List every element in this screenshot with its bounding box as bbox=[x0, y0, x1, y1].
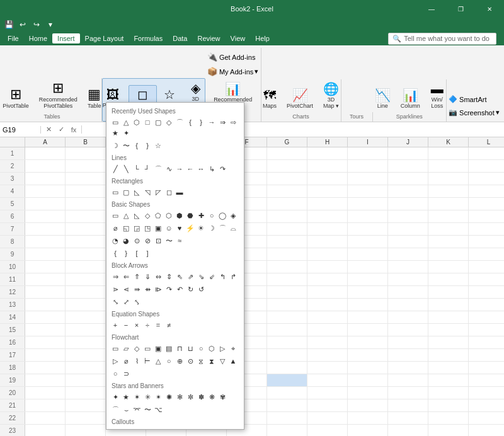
cell-L2[interactable] bbox=[469, 160, 504, 172]
barrow-sm2[interactable]: ⤢ bbox=[121, 297, 131, 307]
redo-button[interactable]: ↪ bbox=[30, 19, 43, 30]
cell-A11[interactable] bbox=[25, 273, 66, 285]
customize-qat-button[interactable]: ▾ bbox=[44, 19, 57, 30]
save-button[interactable]: 💾 bbox=[3, 19, 15, 30]
insert-function-button[interactable]: fx bbox=[69, 126, 79, 134]
star-16[interactable]: ✼ bbox=[185, 392, 195, 402]
cell-G2[interactable] bbox=[267, 160, 307, 172]
cell-I13[interactable] bbox=[348, 299, 388, 311]
cell-J15[interactable] bbox=[388, 324, 428, 336]
cell-H2[interactable] bbox=[307, 160, 348, 172]
cell-B19[interactable] bbox=[66, 374, 106, 386]
confirm-formula-button[interactable]: ✓ bbox=[56, 125, 66, 134]
line-sparkline-button[interactable]: 📉 Line bbox=[370, 86, 395, 112]
cell-B4[interactable] bbox=[66, 185, 106, 197]
banner-ribbon[interactable]: ⌤ bbox=[132, 404, 142, 415]
cell-L1[interactable] bbox=[469, 147, 504, 159]
cell-J5[interactable] bbox=[388, 198, 428, 210]
column-sparkline-button[interactable]: 📊 Column bbox=[396, 86, 425, 112]
cell-K23[interactable] bbox=[428, 425, 469, 436]
cell-H10[interactable] bbox=[307, 261, 348, 273]
cell-K9[interactable] bbox=[428, 248, 469, 260]
cell-K22[interactable] bbox=[428, 412, 469, 424]
cell-H4[interactable] bbox=[307, 185, 348, 197]
fc-storage[interactable]: ⌀ bbox=[121, 356, 131, 366]
cell-G9[interactable] bbox=[267, 248, 307, 260]
cell-J11[interactable] bbox=[388, 273, 428, 285]
cell-J22[interactable] bbox=[388, 412, 428, 424]
cell-B22[interactable] bbox=[66, 412, 106, 424]
cell-J12[interactable] bbox=[388, 286, 428, 298]
barrow-sm3[interactable]: ⤣ bbox=[132, 297, 142, 307]
line-curved[interactable]: ⌒ bbox=[153, 164, 163, 174]
star-12[interactable]: ✻ bbox=[175, 392, 185, 402]
cell-G4[interactable] bbox=[267, 185, 307, 197]
cell-B23[interactable] bbox=[66, 425, 106, 436]
tell-me-input[interactable]: 🔍 Tell me what you want to do bbox=[388, 33, 496, 45]
cancel-formula-button[interactable]: ✕ bbox=[43, 125, 54, 134]
menu-insert[interactable]: Insert bbox=[52, 33, 80, 43]
shape-bracket[interactable]: } bbox=[142, 141, 152, 151]
cell-I10[interactable] bbox=[348, 261, 388, 273]
barrow-circular[interactable]: ↻ bbox=[185, 284, 195, 294]
fc-merge[interactable]: ▲ bbox=[228, 356, 238, 366]
basic-cube[interactable]: ◱ bbox=[121, 223, 131, 233]
barrow-chevl[interactable]: ⋖ bbox=[121, 284, 131, 294]
cell-A13[interactable] bbox=[25, 299, 66, 311]
cell-I22[interactable] bbox=[348, 412, 388, 424]
fc-prep[interactable]: ⬡ bbox=[207, 343, 217, 353]
cell-I1[interactable] bbox=[348, 147, 388, 159]
cell-I12[interactable] bbox=[348, 286, 388, 298]
cell-J9[interactable] bbox=[388, 248, 428, 260]
cell-B15[interactable] bbox=[66, 324, 106, 336]
basic-rtriangle[interactable]: ◺ bbox=[132, 210, 142, 221]
line-wavy[interactable]: ∿ bbox=[164, 164, 174, 174]
cell-L18[interactable] bbox=[469, 362, 504, 374]
cell-I18[interactable] bbox=[348, 362, 388, 374]
name-box[interactable]: G19 bbox=[0, 126, 41, 134]
cell-I19[interactable] bbox=[348, 374, 388, 386]
cell-H16[interactable] bbox=[307, 336, 348, 348]
fc-predefined[interactable]: ▣ bbox=[153, 343, 163, 353]
shape-arrow-fat[interactable]: ⇨ bbox=[228, 117, 238, 127]
cell-I21[interactable] bbox=[348, 399, 388, 411]
cell-B20[interactable] bbox=[66, 387, 106, 399]
line-arrow-l[interactable]: ← bbox=[185, 164, 195, 174]
shape-rectangle[interactable]: ▭ bbox=[110, 117, 120, 127]
cell-K3[interactable] bbox=[428, 173, 469, 185]
cell-G16[interactable] bbox=[267, 336, 307, 348]
minimize-button[interactable]: — bbox=[417, 0, 446, 18]
cell-I7[interactable] bbox=[348, 223, 388, 235]
barrow-notched[interactable]: ⇻ bbox=[142, 284, 152, 294]
basic-bracket-r[interactable]: ] bbox=[142, 248, 152, 258]
fc-io[interactable]: △ bbox=[153, 356, 163, 366]
cell-A17[interactable] bbox=[25, 349, 66, 361]
cell-A7[interactable] bbox=[25, 223, 66, 235]
rect-solid[interactable]: ▬ bbox=[175, 187, 185, 197]
cell-A12[interactable] bbox=[25, 286, 66, 298]
cell-L4[interactable] bbox=[469, 185, 504, 197]
cell-B7[interactable] bbox=[66, 223, 106, 235]
cell-I3[interactable] bbox=[348, 173, 388, 185]
undo-button[interactable]: ↩ bbox=[16, 19, 29, 30]
cell-H7[interactable] bbox=[307, 223, 348, 235]
cell-B9[interactable] bbox=[66, 248, 106, 260]
cell-K8[interactable] bbox=[428, 236, 469, 248]
cell-K6[interactable] bbox=[428, 210, 469, 222]
line-curved-arrow[interactable]: ↷ bbox=[217, 164, 227, 174]
menu-home[interactable]: Home bbox=[24, 33, 52, 43]
shape-star5[interactable]: ★ bbox=[110, 128, 120, 138]
cell-J7[interactable] bbox=[388, 223, 428, 235]
cell-G20[interactable] bbox=[267, 387, 307, 399]
cell-G21[interactable] bbox=[267, 399, 307, 411]
rect-rounded[interactable]: ▢ bbox=[121, 187, 131, 197]
fc-delay[interactable]: ▷ bbox=[110, 356, 120, 366]
menu-help[interactable]: Help bbox=[250, 33, 275, 43]
star-10[interactable]: ✺ bbox=[164, 392, 174, 402]
cell-H6[interactable] bbox=[307, 210, 348, 222]
basic-bracket-l[interactable]: [ bbox=[132, 248, 142, 258]
rect-snip3[interactable]: ◸ bbox=[153, 187, 163, 197]
recommended-pivot-button[interactable]: ⊞ RecommendedPivotTables bbox=[35, 78, 82, 112]
cell-L16[interactable] bbox=[469, 336, 504, 348]
fc-display[interactable]: ⊢ bbox=[142, 356, 152, 366]
